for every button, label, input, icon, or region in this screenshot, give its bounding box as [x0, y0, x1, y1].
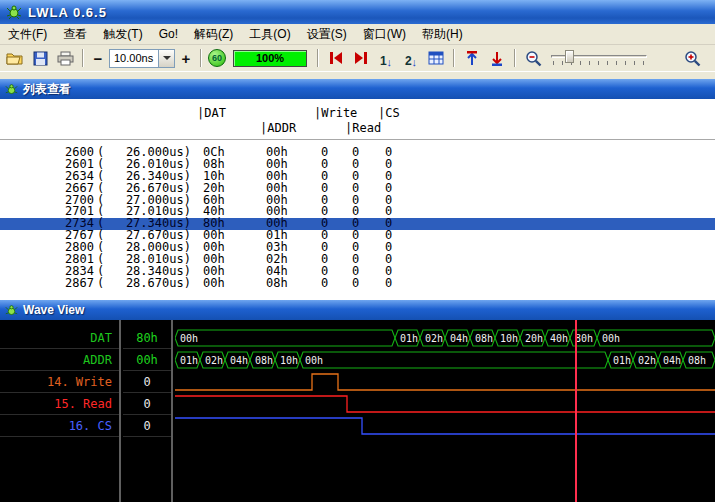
marker-1-label: 1: [380, 54, 387, 68]
clock-60-badge[interactable]: 60: [208, 49, 226, 67]
toolbar-separator: [200, 49, 202, 67]
zoom-slider[interactable]: [551, 48, 647, 68]
wave-view-titlebar[interactable]: Wave View: [0, 300, 715, 320]
slider-thumb[interactable]: [565, 50, 574, 63]
goto-marker-2-button[interactable]: 2↓: [400, 47, 422, 69]
svg-text:10h: 10h: [500, 333, 518, 344]
zoom-step-out-button[interactable]: −: [90, 47, 106, 69]
svg-text:40h: 40h: [550, 333, 568, 344]
signal-cursor-value: 0: [123, 415, 171, 437]
app-logo-icon: [5, 304, 18, 317]
signal-name[interactable]: 14. Write: [0, 371, 119, 393]
menu-item[interactable]: 文件(F): [0, 24, 55, 44]
zoom-in-button[interactable]: [681, 47, 703, 69]
svg-text:02h: 02h: [638, 355, 656, 366]
signal-name[interactable]: 15. Read: [0, 393, 119, 415]
list-view-titlebar[interactable]: 列表查看: [0, 79, 715, 99]
frame-strip: [0, 71, 715, 79]
marker-2-label: 2: [405, 54, 412, 68]
menu-item[interactable]: 帮助(H): [414, 24, 471, 44]
column-header-write: |Write: [314, 106, 357, 120]
toolbar-separator: [514, 49, 516, 67]
magnifier-minus-icon: [525, 50, 542, 67]
wave-view-title: Wave View: [23, 303, 84, 317]
chevron-down-icon: [163, 56, 171, 60]
svg-text:08h: 08h: [255, 355, 273, 366]
set-trigger-button[interactable]: [486, 47, 508, 69]
menu-item[interactable]: 窗口(W): [355, 24, 414, 44]
skip-forward-icon: [353, 51, 369, 65]
cell: ( 28.670us): [97, 278, 191, 290]
svg-text:04h: 04h: [663, 355, 681, 366]
menu-item[interactable]: 解码(Z): [186, 24, 241, 44]
cell: 00h: [203, 278, 225, 290]
svg-text:20h: 20h: [525, 333, 543, 344]
print-button[interactable]: [54, 47, 76, 69]
signal-name[interactable]: 16. CS: [0, 415, 119, 437]
signal-value-column: 80h00h000: [123, 320, 173, 502]
floppy-disk-icon: [33, 51, 48, 66]
capture-progress-bar: 100%: [233, 50, 307, 67]
goto-end-button[interactable]: [350, 47, 372, 69]
svg-text:01h: 01h: [180, 355, 198, 366]
svg-text:04h: 04h: [230, 355, 248, 366]
open-file-button[interactable]: [4, 47, 26, 69]
menu-item[interactable]: 设置(S): [299, 24, 355, 44]
combo-dropdown-button[interactable]: [158, 50, 174, 67]
cell: 0: [321, 278, 328, 290]
open-folder-icon: [6, 51, 24, 66]
list-view-title: 列表查看: [23, 81, 71, 98]
svg-text:02h: 02h: [205, 355, 223, 366]
zoom-step-in-button[interactable]: +: [178, 47, 194, 69]
arrow-down-icon: ↓: [412, 56, 418, 68]
signal-cursor-value: 00h: [123, 349, 171, 371]
goto-trigger-button[interactable]: [461, 47, 483, 69]
toolbar: − 10.00ns + 60 100% 1↓ 2↓: [0, 45, 715, 71]
titlebar[interactable]: LWLA 0.6.5: [0, 0, 715, 24]
goto-start-button[interactable]: [325, 47, 347, 69]
menu-item[interactable]: Go!: [151, 24, 186, 44]
svg-text:10h: 10h: [280, 355, 298, 366]
svg-text:00h: 00h: [602, 333, 620, 344]
magnifier-plus-icon: [684, 50, 701, 67]
list-row[interactable]: 2867( 28.670us)00h08h000: [0, 278, 715, 290]
svg-text:04h: 04h: [450, 333, 468, 344]
column-header-read: |Read: [345, 121, 381, 135]
goto-marker-1-button[interactable]: 1↓: [375, 47, 397, 69]
trigger-up-arrow-icon: [465, 51, 479, 66]
signal-name[interactable]: ADDR: [0, 349, 119, 371]
signal-name[interactable]: DAT: [0, 327, 119, 349]
svg-text:00h: 00h: [305, 355, 323, 366]
column-header-addr: |ADDR: [260, 121, 296, 135]
app-logo-icon: [6, 4, 22, 20]
svg-text:00h: 00h: [180, 333, 198, 344]
save-button[interactable]: [29, 47, 51, 69]
trigger-down-arrow-icon: [490, 51, 504, 66]
menu-item[interactable]: 工具(O): [241, 24, 298, 44]
menu-item[interactable]: 触发(T): [95, 24, 150, 44]
app-logo-icon: [5, 83, 18, 96]
wave-view-body: DATADDR14. Write15. Read16. CS 80h00h000…: [0, 320, 715, 502]
menu-item[interactable]: 查看: [55, 24, 95, 44]
svg-text:01h: 01h: [400, 333, 418, 344]
arrow-down-icon: ↓: [387, 56, 393, 68]
column-header-dat: |DAT: [197, 106, 226, 120]
signal-cursor-value: 0: [123, 393, 171, 415]
toolbar-separator: [317, 49, 319, 67]
skip-back-icon: [328, 51, 344, 65]
svg-text:01h: 01h: [613, 355, 631, 366]
signal-cursor-value: 80h: [123, 327, 171, 349]
window-title: LWLA 0.6.5: [28, 5, 107, 20]
list-window-button[interactable]: [425, 47, 447, 69]
svg-text:80h: 80h: [575, 333, 593, 344]
signal-name-column: DATADDR14. Write15. Read16. CS: [0, 320, 121, 502]
toolbar-separator: [82, 49, 84, 67]
sample-period-combo[interactable]: 10.00ns: [109, 49, 175, 68]
time-cursor[interactable]: [575, 320, 577, 502]
menubar: 文件(F)查看触发(T)Go!解码(Z)工具(O)设置(S)窗口(W)帮助(H): [0, 24, 715, 45]
toolbar-separator: [453, 49, 455, 67]
cell: 0: [385, 278, 392, 290]
zoom-out-button[interactable]: [522, 47, 544, 69]
waveform-canvas: 00h01h02h04h08h10h20h40h80h00h01h02h04h0…: [175, 320, 715, 502]
cell: 0: [352, 278, 359, 290]
